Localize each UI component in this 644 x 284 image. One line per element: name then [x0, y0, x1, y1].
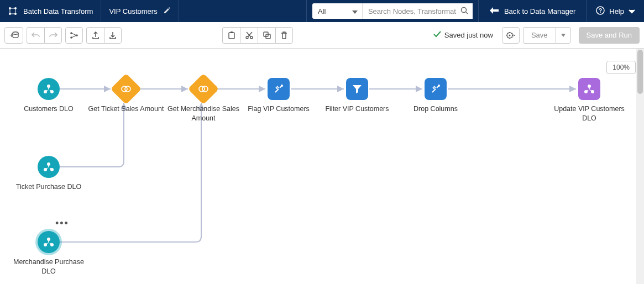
datasource-icon: [38, 156, 60, 178]
chevron-down-icon: [629, 7, 635, 15]
back-button[interactable]: Back to Data Manager: [479, 0, 587, 22]
node-label: Update VIP Customers DLO: [551, 104, 628, 123]
file-name: VIP Customers: [109, 7, 157, 15]
node-update-vip-dlo[interactable]: Update VIP Customers DLO: [551, 78, 628, 123]
settings-button[interactable]: [502, 27, 520, 44]
help-label: Help: [609, 7, 624, 15]
save-split-button: Save: [523, 27, 571, 44]
node-drop-columns[interactable]: Drop Columns: [397, 78, 474, 114]
datasource-icon: [38, 78, 60, 100]
svg-point-20: [47, 85, 50, 88]
node-menu-icon[interactable]: •••: [55, 218, 69, 229]
node-get-ticket-sales[interactable]: Get Ticket Sales Amount: [87, 78, 165, 114]
scrollbar-vertical[interactable]: [636, 49, 644, 284]
save-and-run-button[interactable]: Save and Run: [579, 27, 640, 44]
add-data-button[interactable]: +: [4, 27, 23, 44]
svg-point-24: [125, 86, 130, 92]
node-filter-vip[interactable]: Filter VIP Customers: [318, 78, 396, 114]
search-icon[interactable]: [460, 7, 468, 16]
node-ticket-purchase-dlo[interactable]: Ticket Purchase DLO: [10, 156, 87, 192]
svg-point-10: [70, 36, 72, 39]
file-name-segment[interactable]: VIP Customers: [101, 0, 179, 22]
edit-icon[interactable]: [163, 7, 171, 16]
svg-point-26: [202, 86, 208, 92]
svg-point-35: [47, 238, 50, 241]
svg-rect-12: [229, 33, 234, 39]
zoom-indicator[interactable]: 100%: [606, 61, 636, 74]
status-text: Saved just now: [444, 31, 493, 39]
svg-point-27: [281, 85, 283, 87]
node-label: Ticket Purchase DLO: [10, 182, 87, 192]
app-title: Batch Data Transform: [23, 7, 93, 15]
canvas[interactable]: 100% Customers DLO Get Ticket Sales Amou…: [0, 49, 644, 284]
filter-icon: [346, 78, 368, 100]
app-title-segment: Batch Data Transform: [0, 0, 101, 22]
scrollbar-thumb[interactable]: [637, 50, 643, 94]
node-label: Flag VIP Customers: [240, 104, 317, 114]
back-label: Back to Data Manager: [504, 7, 575, 15]
toolbar: + Saved just now Save Save and Run: [0, 22, 644, 49]
help-button[interactable]: ? Help: [587, 0, 644, 22]
save-dropdown-button[interactable]: [556, 27, 571, 44]
node-customers-dlo[interactable]: Customers DLO: [10, 78, 87, 114]
undo-button[interactable]: [27, 27, 44, 44]
svg-point-9: [70, 32, 72, 34]
undo-redo-group: [27, 27, 62, 44]
search-segment: All: [306, 0, 479, 22]
svg-point-4: [461, 7, 466, 12]
svg-rect-13: [231, 31, 233, 33]
svg-point-15: [250, 36, 253, 39]
join-icon: [188, 73, 219, 105]
node-label: Merchandise Purchase DLO: [10, 257, 87, 276]
import-export-group: [86, 27, 122, 44]
svg-point-32: [47, 162, 50, 166]
cut-button[interactable]: [240, 27, 258, 44]
search-filter-dropdown[interactable]: All: [312, 3, 362, 19]
save-button[interactable]: Save: [523, 27, 556, 44]
node-merch-purchase-dlo[interactable]: Merchandise Purchase DLO: [10, 231, 87, 276]
help-icon: ?: [596, 6, 605, 17]
svg-point-29: [588, 85, 591, 88]
top-bar: Batch Data Transform VIP Customers All B…: [0, 0, 644, 22]
node-label: Customers DLO: [10, 104, 87, 114]
export-button[interactable]: [86, 27, 104, 44]
arrow-left-icon: [490, 7, 499, 15]
transform-icon: [425, 78, 447, 100]
node-label: Drop Columns: [397, 104, 474, 114]
node-get-merch-sales[interactable]: Get Merchandise Sales Amount: [165, 78, 242, 123]
join-icon: [111, 73, 142, 105]
svg-point-14: [246, 36, 248, 39]
transform-icon: [268, 78, 290, 100]
search-filter-value: All: [318, 7, 326, 15]
svg-point-28: [438, 85, 440, 87]
transform-logo-icon: [8, 6, 18, 16]
import-button[interactable]: [104, 27, 122, 44]
paste-button[interactable]: [222, 27, 240, 44]
svg-text:?: ?: [599, 8, 602, 14]
check-icon: [433, 31, 441, 39]
clipboard-group: [222, 27, 293, 44]
copy-button[interactable]: [258, 27, 275, 44]
delete-button[interactable]: [275, 27, 293, 44]
svg-point-11: [76, 34, 78, 36]
save-status: Saved just now: [433, 31, 493, 39]
output-icon: [578, 78, 600, 100]
node-flag-vip[interactable]: Flag VIP Customers: [240, 78, 317, 114]
svg-point-19: [509, 34, 510, 36]
node-label: Get Ticket Sales Amount: [87, 104, 165, 114]
node-label: Filter VIP Customers: [318, 104, 396, 114]
search-input[interactable]: [362, 3, 473, 19]
caret-down-icon: [352, 7, 358, 15]
layout-button[interactable]: [65, 27, 83, 44]
redo-button[interactable]: [44, 27, 62, 44]
svg-point-8: [13, 31, 18, 34]
node-label: Get Merchandise Sales Amount: [165, 104, 242, 123]
datasource-icon: [38, 231, 60, 253]
